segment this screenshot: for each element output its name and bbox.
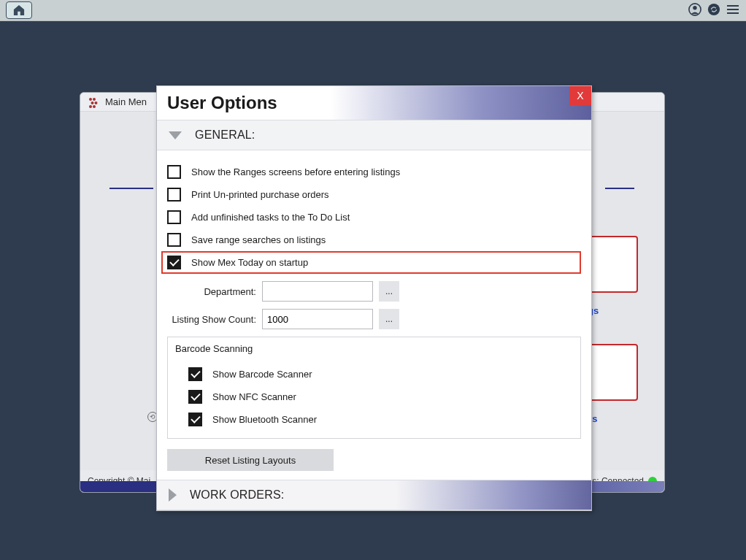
section-general-label: GENERAL: [195,129,255,142]
option-row[interactable]: Save range searches on listings [167,229,581,251]
home-button[interactable] [6,1,32,19]
section-general-body: Show the Ranges screens before entering … [157,150,591,480]
checkbox[interactable] [188,390,202,404]
checkbox[interactable] [188,367,202,381]
checkbox[interactable] [167,233,181,247]
option-label: Show the Ranges screens before entering … [191,166,400,177]
svg-point-10 [89,105,92,108]
section-work-orders-header[interactable]: WORK ORDERS: [157,480,591,510]
option-row[interactable]: Show Barcode Scanner [188,363,570,386]
option-row-highlighted[interactable]: Show Mex Today on startup [161,251,581,274]
option-label: Save range searches on listings [191,234,326,245]
option-label: Show Mex Today on startup [191,257,308,268]
close-button[interactable]: X [569,86,591,105]
option-label: Show Bluetooth Scanner [212,414,317,425]
checkbox[interactable] [167,165,181,179]
main-window-title: Main Men [105,96,147,107]
reset-listing-layouts-button[interactable]: Reset Listing Layouts [167,449,334,471]
listing-count-input[interactable] [262,309,373,329]
department-browse-button[interactable]: ... [379,281,399,302]
barcode-panel-title: Barcode Scanning [168,337,580,360]
svg-point-7 [93,98,96,101]
listing-count-browse-button[interactable]: ... [379,309,399,329]
home-icon [12,4,26,16]
option-label: Print Un-printed purchase orders [191,189,329,200]
svg-point-1 [693,6,696,9]
svg-point-6 [89,98,92,101]
option-label: Show NFC Scanner [212,391,296,402]
app-logo-icon [88,96,99,108]
option-row[interactable]: Print Un-printed purchase orders [167,183,581,206]
chevron-right-icon [169,488,177,502]
option-row[interactable]: Show Bluetooth Scanner [188,408,570,431]
svg-point-8 [91,101,94,104]
checkbox[interactable] [167,188,181,202]
checkbox[interactable] [167,256,181,269]
user-account-icon[interactable] [688,2,702,17]
dialog-title: User Options [167,93,277,113]
menu-icon[interactable] [726,2,740,17]
option-row[interactable]: Show NFC Scanner [188,386,570,408]
svg-point-2 [708,4,720,15]
option-label: Add unfinished tasks to the To Do List [191,212,350,223]
department-label: Department: [167,286,256,297]
dialog-titlebar: User Options X [157,86,591,120]
listing-count-label: Listing Show Count: [167,314,256,325]
app-topbar [0,0,746,21]
section-general-header[interactable]: GENERAL: [157,120,591,150]
option-row[interactable]: Add unfinished tasks to the To Do List [167,206,581,229]
department-input[interactable] [262,281,373,302]
svg-point-11 [93,105,96,108]
section-work-orders-label: WORK ORDERS: [190,488,285,502]
app-body: Main Men gs ts ⟲ Copyright © Mai us: Con… [0,21,746,560]
svg-point-9 [95,101,98,104]
checkbox[interactable] [167,210,181,224]
user-options-dialog: User Options X GENERAL: Show the Ranges … [156,85,592,511]
option-label: Show Barcode Scanner [212,369,312,380]
option-row[interactable]: Show the Ranges screens before entering … [167,161,581,183]
checkbox[interactable] [188,413,202,426]
chevron-down-icon [169,131,182,139]
sync-icon[interactable] [707,2,721,17]
barcode-scanning-panel: Barcode Scanning Show Barcode Scanner Sh… [167,337,581,439]
